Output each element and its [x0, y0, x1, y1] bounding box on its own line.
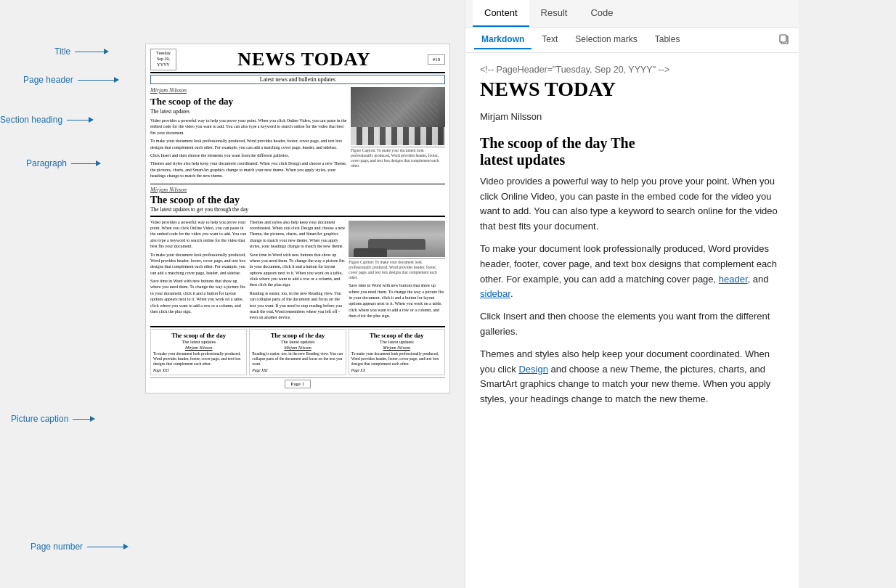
annotation-page-number-label: Page number: [30, 542, 83, 552]
news-figure-caption: Figure Caption: To make your document lo…: [351, 147, 445, 169]
news-bottom-para-3: To make your document look professionall…: [351, 351, 442, 367]
news-bottom-author-3: Mirjam Nilsson: [351, 346, 442, 350]
news-bottom-subheading-3: The latest updates: [351, 339, 442, 344]
subtab-markdown[interactable]: Markdown: [474, 30, 532, 49]
news-bottom-subheading-1: The latest updates: [153, 339, 244, 344]
news-bottom-page-2: Page XXI: [252, 368, 343, 372]
tab-result[interactable]: Result: [529, 0, 579, 27]
content-para-4: Themes and styles also help keep your do…: [480, 347, 784, 407]
annotation-paragraph: Paragraph: [26, 158, 101, 168]
news-bottom-col-2: The scoop of the day The latest updates …: [249, 329, 346, 375]
news-para-10: Reading is easier, too, in the new Readi…: [250, 290, 346, 321]
news-section-subheading-2: The latest updates to get you through th…: [150, 206, 445, 213]
link-sidebar[interactable]: sidebar: [480, 288, 510, 299]
annotation-section-heading-label: Section heading: [0, 115, 62, 125]
news-bottom-author-2: Mirjam Nilsson: [252, 346, 343, 350]
copy-button[interactable]: [778, 33, 790, 47]
news-bottom-page-1: Page XXI: [153, 368, 244, 372]
tab-content[interactable]: Content: [473, 0, 529, 27]
content-para-1: Video provides a powerful way to help yo…: [480, 174, 784, 234]
news-author-1: Mirjam Nilsson: [150, 87, 348, 94]
news-page-number: Page 1: [150, 377, 445, 388]
newspaper-document: TuesdaySep 20,YYYY NEWS TODAY #10 Latest…: [145, 44, 450, 393]
annotation-title: Title: [54, 46, 109, 57]
news-full-col-2: Themes and styles also help keep your do…: [250, 219, 346, 323]
news-page-num-box: Page 1: [285, 380, 311, 388]
tabs-row: Content Result Code: [465, 0, 799, 28]
news-figure-caption-2: Figure Caption: To make your document lo…: [349, 258, 445, 281]
news-bottom-heading-1: The scoop of the day: [153, 332, 244, 339]
news-section2-header: Mirjam Nilsson The scoop of the day The …: [150, 187, 445, 213]
content-headline: NEWS TODAY: [480, 78, 784, 101]
comment-line-1: <!-- PageHeader="Tuesday, Sep 20, YYYY" …: [480, 65, 784, 75]
news-bottom-heading-2: The scoop of the day: [252, 332, 343, 339]
news-title: NEWS TODAY: [181, 49, 428, 70]
news-author-2: Mirjam Nilsson: [150, 187, 445, 193]
news-bottom-author-1: Mirjam Nilsson: [153, 346, 244, 350]
left-panel: Title Page header Section heading Paragr…: [0, 0, 465, 588]
news-col-left: Mirjam Nilsson The scoop of the day The …: [150, 87, 348, 181]
news-para-4: Themes and styles also help keep your do…: [150, 160, 348, 179]
svg-rect-1: [780, 35, 786, 42]
news-divider-1: [150, 184, 445, 184]
content-area: <!-- PageHeader="Tuesday, Sep 20, YYYY" …: [465, 53, 799, 588]
news-full-col-1: Video provides a powerful way to help yo…: [150, 219, 247, 323]
news-para-9: Save time in Word with new buttons that …: [250, 252, 346, 288]
subtab-text[interactable]: Text: [534, 30, 565, 49]
news-bottom-row: The scoop of the day The latest updates …: [150, 326, 445, 375]
news-full-col-3: Figure Caption: To make your document lo…: [349, 219, 445, 323]
subtabs-row: Markdown Text Selection marks Tables: [465, 28, 799, 53]
annotation-title-label: Title: [54, 46, 70, 57]
news-bottom-page-3: Page XX: [351, 368, 442, 372]
news-para-8: Themes and styles also help keep your do…: [250, 219, 346, 250]
annotation-page-header: Page header: [23, 75, 119, 85]
subtab-tables[interactable]: Tables: [648, 30, 688, 49]
content-para-2: To make your document look professionall…: [480, 242, 784, 302]
content-para-3: Click Insert and then choose the element…: [480, 309, 784, 340]
annotation-page-number: Page number: [30, 542, 129, 552]
news-bottom-para-1: To make your document look professionall…: [153, 351, 244, 367]
link-design[interactable]: Design: [518, 364, 547, 375]
news-para-2: To make your document look professionall…: [150, 138, 348, 150]
tab-code[interactable]: Code: [579, 0, 624, 27]
news-para-7: Save time in Word with new buttons that …: [150, 278, 247, 314]
right-panel: Content Result Code Markdown Text Select…: [465, 0, 799, 588]
annotation-paragraph-label: Paragraph: [26, 158, 67, 168]
link-header[interactable]: header: [719, 274, 748, 285]
news-para-11: Save time in Word with new buttons that …: [349, 282, 445, 319]
news-para-1: Video provides a powerful way to help yo…: [150, 118, 348, 136]
news-subheader: Latest news and bulletin updates: [150, 75, 445, 84]
news-header: TuesdaySep 20,YYYY NEWS TODAY #10: [150, 49, 445, 73]
news-col-right: Figure Caption: To make your document lo…: [351, 87, 445, 181]
news-para-5: Video provides a powerful way to help yo…: [150, 219, 247, 250]
news-bottom-para-2: Reading is easier, too, in the new Readi…: [252, 351, 343, 367]
annotation-picture-caption: Picture caption: [11, 414, 95, 424]
annotation-section-heading: Section heading: [0, 115, 94, 125]
news-bottom-subheading-2: The latest updates: [252, 339, 343, 344]
annotation-page-header-label: Page header: [23, 75, 73, 85]
news-bottom-heading-3: The scoop of the day: [351, 332, 442, 339]
news-section-heading-2: The scoop of the day: [150, 195, 445, 206]
news-image-cars: [349, 221, 445, 257]
news-issue: #10: [428, 54, 445, 65]
news-para-6: To make your document look professionall…: [150, 252, 247, 277]
news-image-crosswalk: [351, 87, 445, 145]
news-body-1: Mirjam Nilsson The scoop of the day The …: [150, 87, 445, 181]
content-author: Mirjam Nilsson: [480, 110, 784, 125]
subtab-selection-marks[interactable]: Selection marks: [568, 30, 644, 49]
news-section-heading-1: The scoop of the day: [150, 96, 348, 108]
news-section-subheading-1: The latest updates: [150, 108, 348, 115]
news-full-row: Video provides a powerful way to help yo…: [150, 216, 445, 323]
news-date: TuesdaySep 20,YYYY: [150, 49, 176, 70]
news-bottom-col-1: The scoop of the day The latest updates …: [150, 329, 247, 375]
news-bottom-col-3: The scoop of the day The latest updates …: [349, 329, 445, 375]
annotation-picture-caption-label: Picture caption: [11, 414, 68, 424]
content-section-heading: The scoop of the day Thelatest updates: [480, 135, 784, 168]
news-para-3: Click Insert and then choose the element…: [150, 152, 348, 158]
